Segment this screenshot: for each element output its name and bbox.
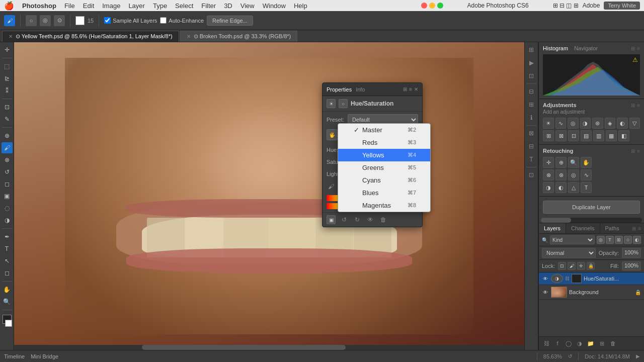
timeline-label[interactable]: Timeline <box>4 353 25 359</box>
menu-image[interactable]: Image <box>102 2 120 10</box>
lock-icon-4[interactable]: 🔒 <box>587 262 595 270</box>
ret-healing-icon[interactable]: ⊕ <box>555 157 567 168</box>
ret-text-icon[interactable]: T <box>581 182 592 193</box>
hist-expand-icon[interactable]: ⊞ <box>631 46 635 51</box>
ret-expand-icon[interactable]: ⊞ <box>631 148 635 154</box>
scrollbar-thumb[interactable] <box>142 345 346 350</box>
menu-help[interactable]: Help <box>294 2 307 10</box>
healing-brush-icon[interactable]: ⊕ <box>2 130 13 141</box>
new-group-icon[interactable]: 📁 <box>586 339 595 348</box>
properties-tab[interactable]: Properties <box>327 86 352 93</box>
adj-posterize-icon[interactable]: ▤ <box>581 130 592 141</box>
menu-select[interactable]: Select <box>175 2 193 10</box>
dropdown-item-yellows[interactable]: Yellows ⌘4 <box>338 149 430 161</box>
new-adj-icon[interactable]: ◑ <box>575 339 584 348</box>
mask-icon[interactable]: ▣ <box>327 215 336 224</box>
refresh-icon[interactable]: ↺ <box>340 215 349 224</box>
ret-move-icon[interactable]: ✛ <box>543 157 554 168</box>
apple-menu[interactable]: 🍎 <box>4 1 14 11</box>
background-color-swatch[interactable] <box>5 320 12 327</box>
filter-icon-3[interactable]: ⊞ <box>615 236 623 244</box>
menu-type[interactable]: Type <box>153 2 167 10</box>
adj-menu-icon[interactable]: ≡ <box>637 103 640 108</box>
filter-icon-5[interactable]: ◐ <box>633 236 641 244</box>
delete-icon[interactable]: 🗑 <box>379 215 388 224</box>
lock-icon-3[interactable]: ✛ <box>577 262 585 270</box>
layers-expand-icon[interactable]: ⊞ <box>632 226 636 231</box>
ret-dodge-icon[interactable]: ◑ <box>543 182 554 193</box>
adj-color-lookup-icon[interactable]: ⊠ <box>555 130 567 141</box>
menu-view[interactable]: View <box>240 2 255 10</box>
paintbrush-icon[interactable]: 🖌 <box>2 142 13 153</box>
ret-menu-icon[interactable]: ≡ <box>637 148 640 154</box>
dropdown-item-master[interactable]: ✓ Master ⌘2 <box>338 124 430 136</box>
link-layers-icon[interactable]: ⛓ <box>542 339 551 348</box>
strip-icon-9[interactable]: T <box>526 154 537 165</box>
ret-hand-icon[interactable]: ✋ <box>581 157 592 168</box>
layer-eye-icon-1[interactable]: 👁 <box>542 275 549 282</box>
delete-layer-icon[interactable]: 🗑 <box>608 339 617 348</box>
ret-redeye-icon[interactable]: ◎ <box>568 169 579 180</box>
adj-invert-icon[interactable]: ⊡ <box>568 130 579 141</box>
adj-curves-icon[interactable]: ∿ <box>555 118 567 129</box>
ret-clone-icon[interactable]: ⊗ <box>543 169 554 180</box>
strip-icon-4[interactable]: ⊟ <box>526 86 537 97</box>
pen-tool-icon[interactable]: ✒ <box>2 231 13 242</box>
hs-icon-sun[interactable]: ☀ <box>327 99 336 108</box>
layers-menu-icon[interactable]: ≡ <box>638 226 641 231</box>
marquee-tool-icon[interactable]: ⬚ <box>2 61 13 72</box>
blur-tool-icon[interactable]: ◌ <box>2 203 13 214</box>
adj-blackwhite-icon[interactable]: ◐ <box>617 118 628 129</box>
adj-vibrance-icon[interactable]: ◑ <box>580 118 591 129</box>
dropdown-item-greens[interactable]: Greens ⌘5 <box>338 161 430 174</box>
menu-file[interactable]: File <box>64 2 75 10</box>
adj-expand-icon[interactable]: ⊞ <box>631 103 635 108</box>
adj-gradient-map-icon[interactable]: ▦ <box>606 130 617 141</box>
panel-menu-icon[interactable]: ≡ <box>409 86 412 92</box>
adj-colorbal-icon[interactable]: ◈ <box>605 118 616 129</box>
navigator-tab[interactable]: Navigator <box>574 45 598 51</box>
new-layer-icon[interactable]: ⊞ <box>597 339 606 348</box>
brush-options-icon2[interactable]: ⊙ <box>54 15 65 26</box>
path-select-icon[interactable]: ↖ <box>2 255 13 266</box>
dropdown-item-magentas[interactable]: Magentas ⌘8 <box>338 199 430 212</box>
zoom-refresh-icon[interactable]: ↺ <box>568 353 572 359</box>
opacity-value[interactable]: 100% <box>622 248 641 258</box>
duplicate-layer-button[interactable]: Duplicate Layer <box>543 201 640 214</box>
zoom-tool-icon[interactable]: 🔍 <box>2 296 13 307</box>
mini-bridge-label[interactable]: Mini Bridge <box>31 353 58 359</box>
histogram-tab[interactable]: Histogram <box>543 45 568 51</box>
eraser-tool-icon[interactable]: ◻ <box>2 178 13 190</box>
brush-tool-icon[interactable]: 🖌 <box>4 15 15 26</box>
menu-edit[interactable]: Edit <box>83 2 94 10</box>
lock-icon-1[interactable]: ⊡ <box>558 262 566 270</box>
histogram-warning-icon[interactable]: ⚠ <box>632 56 638 63</box>
layer-eye-icon-2[interactable]: 👁 <box>542 289 549 296</box>
eyedropper-icon[interactable]: ✎ <box>2 114 13 125</box>
hand-tool-icon[interactable]: ✋ <box>2 284 13 295</box>
layer-item-background[interactable]: 👁 Background 🔒 <box>539 285 644 300</box>
strip-icon-8[interactable]: ⊟ <box>526 141 537 152</box>
history-brush-icon[interactable]: ↺ <box>2 166 13 177</box>
brush-options-icon1[interactable]: ◎ <box>40 15 51 26</box>
strip-icon-1[interactable]: ⊞ <box>526 44 537 55</box>
ret-triangle-icon[interactable]: △ <box>568 182 579 193</box>
tab-yellow-teeth[interactable]: ✕ ⊙ Yellow Teeth.psd @ 85.6% (Hue/Satura… <box>2 31 179 42</box>
lasso-tool-icon[interactable]: ⊵ <box>2 73 13 84</box>
dropdown-item-reds[interactable]: Reds ⌘3 <box>338 136 430 149</box>
strip-icon-10[interactable]: ⊡ <box>526 169 537 180</box>
canvas-area[interactable]: Properties Info ⊞ ≡ ✕ ☀ ○ Hue/Saturation… <box>14 42 524 350</box>
tab-broken-tooth[interactable]: ✕ ⊙ Broken Tooth.psd @ 33.3% (RGB/8*) <box>180 31 298 42</box>
adj-brightness-icon[interactable]: ☀ <box>543 118 554 129</box>
adj-exposure-icon[interactable]: ◎ <box>568 118 579 129</box>
strip-icon-7[interactable]: ⊠ <box>526 128 537 139</box>
layer-item-huesat[interactable]: 👁 ◑ ⛓ Hue/Saturati... <box>539 273 644 285</box>
move-tool-icon[interactable]: ✛ <box>2 44 13 55</box>
gradient-tool-icon[interactable]: ▣ <box>2 191 13 202</box>
filter-icon-4[interactable]: ☆ <box>624 236 632 244</box>
eye-icon[interactable]: 👁 <box>366 215 375 224</box>
filter-icon-1[interactable]: ◎ <box>597 236 605 244</box>
clone-stamp-icon[interactable]: ⊗ <box>2 154 13 165</box>
brush-preset-icon[interactable]: ○ <box>26 15 37 26</box>
info-tab[interactable]: Info <box>356 86 365 93</box>
